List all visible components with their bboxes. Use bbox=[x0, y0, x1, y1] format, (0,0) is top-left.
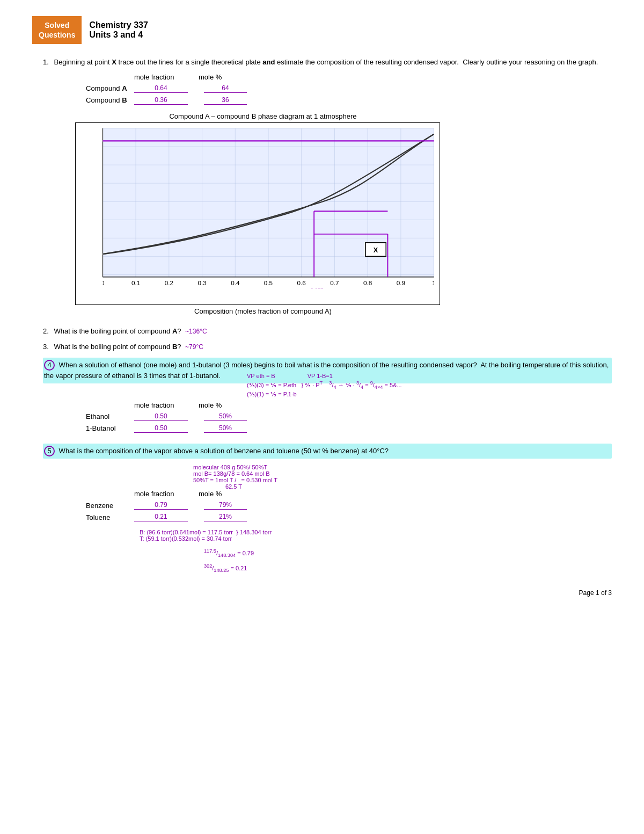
question-5: 5 What is the composition of the vapor a… bbox=[32, 444, 612, 573]
question-2: 2. What is the boiling point of compound… bbox=[32, 326, 612, 337]
benzene-row: Benzene 0.79 79% bbox=[86, 501, 612, 510]
svg-text:0.5: 0.5 bbox=[264, 279, 273, 286]
q4-answer-table: mole fraction mole % Ethanol 0.50 50% 1-… bbox=[86, 401, 612, 433]
page-header: Solved Questions Chemistry 337 Units 3 a… bbox=[32, 16, 612, 44]
svg-text:0.8: 0.8 bbox=[363, 279, 372, 286]
q5-workings-top: molecular 409 g 50%/ 50%T mol B= 138g/78… bbox=[193, 464, 612, 490]
svg-text:0.4: 0.4 bbox=[231, 279, 240, 286]
q5-answer-table: mole fraction mole % Benzene 0.79 79% To… bbox=[86, 490, 612, 521]
svg-text:0: 0 bbox=[103, 279, 105, 286]
q5-workings-bottom: B: (96.6 torr)(0.641mol) = 117.5 torr } … bbox=[140, 529, 612, 573]
svg-text:0.1: 0.1 bbox=[131, 279, 140, 286]
question-4: 4 When a solution of ethanol (one mole) … bbox=[32, 358, 612, 433]
svg-text:0.9: 0.9 bbox=[397, 279, 405, 286]
compound-a-row: Compound A 0.64 64 bbox=[86, 84, 612, 93]
question-1: 1. Beginning at point X trace out the li… bbox=[32, 57, 612, 315]
svg-text:X: X bbox=[374, 246, 378, 254]
q5-circle: 5 bbox=[44, 446, 55, 456]
svg-text:0.7: 0.7 bbox=[330, 279, 339, 286]
question-3: 3. What is the boiling point of compound… bbox=[32, 342, 612, 352]
svg-text:0.6: 0.6 bbox=[297, 279, 306, 286]
page-footer: Page 1 of 3 bbox=[32, 589, 612, 597]
solved-badge: Solved Questions bbox=[32, 16, 82, 44]
svg-text:0.3: 0.3 bbox=[197, 279, 206, 286]
svg-text:1: 1 bbox=[432, 279, 434, 286]
svg-text:0.657: 0.657 bbox=[310, 286, 323, 288]
ethanol-row: Ethanol 0.50 50% bbox=[86, 412, 612, 421]
svg-text:0.2: 0.2 bbox=[165, 279, 173, 286]
toluene-row: Toluene 0.21 21% bbox=[86, 513, 612, 521]
q4-circle: 4 bbox=[44, 360, 55, 371]
q1-answer-table: mole fraction mole % Compound A 0.64 64 … bbox=[86, 73, 612, 105]
phase-diagram: Compound A – compound B phase diagram at… bbox=[75, 112, 451, 315]
butanol-row: 1-Butanol 0.50 50% bbox=[86, 424, 612, 433]
compound-b-row: Compound B 0.36 36 bbox=[86, 96, 612, 105]
q4-workings: VP eth = B VP 1-B=1 (⅓)(3) = ⅓ = P.eth }… bbox=[247, 373, 612, 398]
header-title: Chemistry 337 Units 3 and 4 bbox=[89, 20, 148, 40]
